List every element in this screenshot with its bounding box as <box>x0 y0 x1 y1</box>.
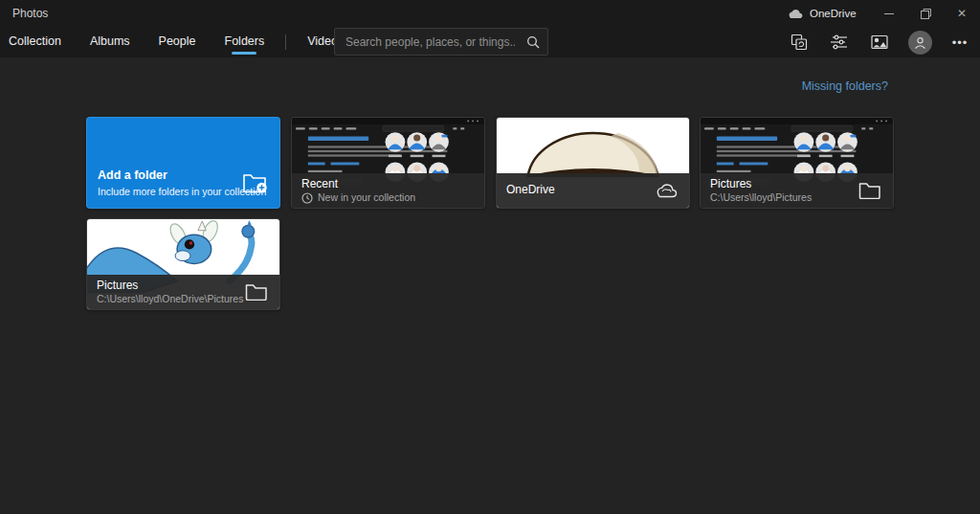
tile-recent[interactable]: Recent New in your collection <box>291 117 485 209</box>
minimize-icon <box>884 13 894 14</box>
import-photos-button[interactable] <box>859 27 900 57</box>
onedrive-status: OneDrive <box>787 0 857 27</box>
clock-icon <box>301 192 313 204</box>
tile-info-band: Recent New in your collection <box>292 173 484 208</box>
tab-people[interactable]: People <box>159 34 196 50</box>
nav-separator <box>285 34 286 50</box>
toolbar: ••• <box>779 27 980 57</box>
folder-icon <box>245 282 268 304</box>
search-icon[interactable] <box>519 35 547 49</box>
tile-info-band: OneDrive <box>497 173 689 208</box>
window-controls: ✕ <box>871 0 980 27</box>
titlebar: Photos OneDrive ✕ <box>0 0 980 27</box>
onedrive-status-label: OneDrive <box>810 8 857 19</box>
tile-title: Recent <box>301 177 475 191</box>
tile-onedrive[interactable]: OneDrive <box>496 117 690 209</box>
folders-page: Missing folders? Add a folder Include mo… <box>0 57 980 514</box>
close-button[interactable]: ✕ <box>944 0 980 27</box>
slideshow-button[interactable] <box>779 27 819 57</box>
tile-title: Pictures <box>97 279 270 293</box>
restore-icon <box>921 9 931 19</box>
tile-subtitle: New in your collection <box>301 191 475 204</box>
account-button[interactable] <box>900 27 940 57</box>
tab-folders[interactable]: Folders <box>225 34 265 50</box>
tile-info-band: Pictures C:\Users\lloyd\Pictures <box>701 173 893 208</box>
tile-info-band: Pictures C:\Users\lloyd\OneDrive\Picture… <box>87 275 279 309</box>
see-more-button[interactable]: ••• <box>940 27 980 57</box>
import-photos-icon <box>871 34 888 50</box>
tile-subtitle: Include more folders in your collection <box>98 186 266 197</box>
tab-collection[interactable]: Collection <box>9 34 61 50</box>
navbar: Collection Albums People Folders Video E… <box>0 27 980 57</box>
tile-path: C:\Users\lloyd\OneDrive\Pictures <box>97 293 270 305</box>
app-title: Photos <box>12 7 48 20</box>
restore-button[interactable] <box>907 0 944 27</box>
tile-add-a-folder[interactable]: Add a folder Include more folders in you… <box>86 117 280 209</box>
onedrive-cloud-icon <box>654 183 678 202</box>
tile-title: Pictures <box>710 177 883 191</box>
filter-icon <box>830 34 849 50</box>
tile-pictures-onedrive[interactable]: Pictures C:\Users\lloyd\OneDrive\Picture… <box>86 218 280 310</box>
folder-plus-icon <box>242 171 268 197</box>
folder-icon <box>858 181 881 203</box>
tile-path: C:\Users\lloyd\Pictures <box>710 191 883 204</box>
tile-pictures-local[interactable]: Pictures C:\Users\lloyd\Pictures <box>700 117 894 209</box>
cloud-icon <box>787 8 803 19</box>
search-input[interactable] <box>335 35 519 49</box>
tile-title: Add a folder <box>98 168 167 182</box>
tab-albums[interactable]: Albums <box>90 34 130 50</box>
search-box[interactable] <box>334 28 548 56</box>
minimize-button[interactable] <box>871 0 907 27</box>
slideshow-icon <box>791 34 808 51</box>
filter-button[interactable] <box>819 27 859 57</box>
account-avatar <box>908 31 932 55</box>
see-more-icon: ••• <box>952 35 969 50</box>
missing-folders-link[interactable]: Missing folders? <box>802 79 888 93</box>
